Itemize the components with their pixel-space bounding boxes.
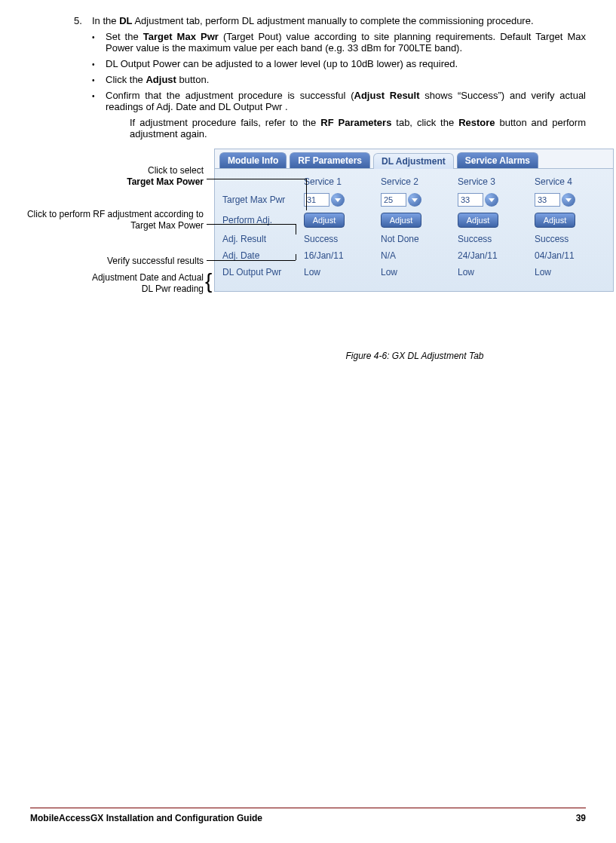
bullet-text: Confirm that the adjustment procedure is… <box>106 90 586 112</box>
adj-date-2: N/A <box>381 250 452 261</box>
page-number: 39 <box>576 813 586 823</box>
footer-title: MobileAccessGX Installation and Configur… <box>30 813 262 823</box>
row-label-target: Target Max Pwr <box>222 195 298 205</box>
adjust-button-3[interactable]: Adjust <box>458 213 498 228</box>
dl-output-4: Low <box>535 267 605 277</box>
bullet-icon: • <box>92 31 106 54</box>
row-label-date: Adj. Date <box>222 250 298 261</box>
adjust-button-1[interactable]: Adjust <box>304 213 345 228</box>
adj-result-4: Success <box>535 234 605 244</box>
adj-date-3: 24/Jan/11 <box>458 250 529 261</box>
target-max-pwr-input-2[interactable] <box>381 193 406 207</box>
tab-service-alarms[interactable]: Service Alarms <box>457 152 538 168</box>
dl-output-2: Low <box>381 267 452 277</box>
figure-caption: Figure 4-6: GX DL Adjustment Tab <box>219 351 611 361</box>
dropdown-icon[interactable] <box>408 193 421 207</box>
bullet-text: Set the Target Max Pwr (Target Pout) val… <box>106 31 586 54</box>
svg-marker-2 <box>489 198 495 202</box>
target-max-pwr-input-3[interactable] <box>458 193 483 207</box>
row-label-result: Adj. Result <box>222 234 298 244</box>
bullet-icon: • <box>92 58 106 69</box>
col-header: Service 3 <box>458 176 529 187</box>
adj-result-3: Success <box>458 234 529 244</box>
bullet-text: Click the Adjust button. <box>106 74 586 85</box>
bullet-text: DL Output Power can be adjusted to a low… <box>106 58 586 69</box>
bullet-icon: • <box>92 90 106 112</box>
adjust-button-4[interactable]: Adjust <box>535 213 575 228</box>
adj-date-4: 04/Jan/11 <box>535 250 605 261</box>
adj-date-1: 16/Jan/11 <box>304 250 375 261</box>
step-text: In the DL Adjustment tab, perform DL adj… <box>92 15 586 26</box>
svg-marker-1 <box>412 198 418 202</box>
adj-result-2: Not Done <box>381 234 452 244</box>
dropdown-icon[interactable] <box>485 193 498 207</box>
col-header: Service 1 <box>304 176 375 187</box>
tab-bar: Module Info RF Parameters DL Adjustment … <box>215 149 613 169</box>
dropdown-icon[interactable] <box>562 193 575 207</box>
step-number: 5. <box>74 15 92 26</box>
adj-result-1: Success <box>304 234 375 244</box>
adjust-button-2[interactable]: Adjust <box>381 213 421 228</box>
dl-adjustment-panel: Module Info RF Parameters DL Adjustment … <box>214 149 614 292</box>
target-max-pwr-input-4[interactable] <box>535 193 560 207</box>
bullet-icon: • <box>92 74 106 85</box>
row-label-output: DL Output Pwr <box>222 267 298 277</box>
sub-note: If adjustment procedure fails, refer to … <box>130 117 586 139</box>
tab-dl-adjustment[interactable]: DL Adjustment <box>373 153 454 169</box>
annotation-target-max-pwr: Click to select Target Max Power <box>127 165 204 188</box>
tab-rf-parameters[interactable]: RF Parameters <box>290 152 370 168</box>
svg-marker-0 <box>335 198 341 202</box>
annotation-date-pwr: Adjustment Date and Actual DL Pwr readin… <box>92 272 204 295</box>
dl-output-3: Low <box>458 267 529 277</box>
tab-module-info[interactable]: Module Info <box>219 152 287 168</box>
col-header: Service 4 <box>535 176 605 187</box>
annotation-verify-results: Verify successful results <box>107 256 204 267</box>
col-header: Service 2 <box>381 176 452 187</box>
dropdown-icon[interactable] <box>331 193 345 207</box>
target-max-pwr-input-1[interactable] <box>304 193 329 207</box>
dl-output-1: Low <box>304 267 375 277</box>
annotation-perform-adj: Click to perform RF adjustment according… <box>23 209 204 231</box>
svg-marker-3 <box>565 198 572 202</box>
brace-icon: { <box>205 271 212 292</box>
